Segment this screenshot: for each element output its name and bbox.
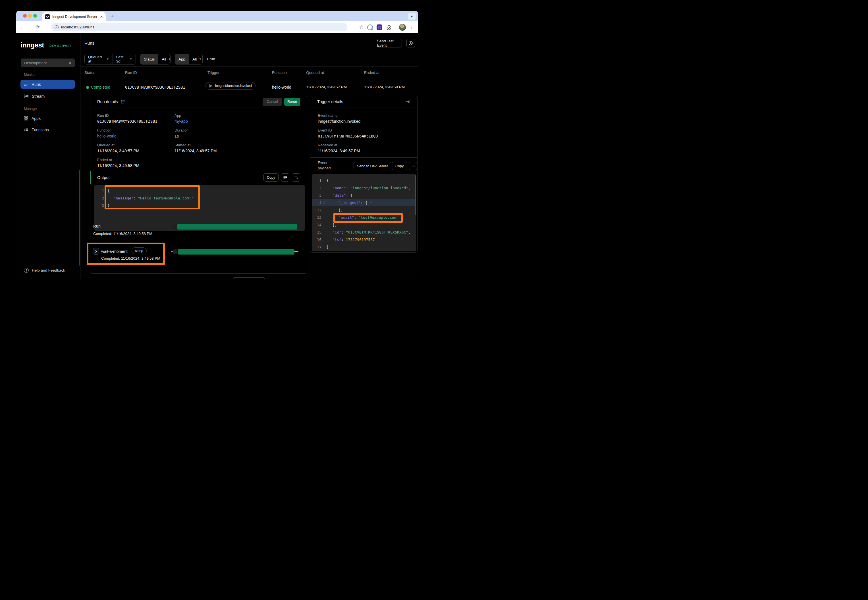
time-field-filter[interactable]: Queued at ▼ Last 3d ▼ <box>84 54 136 65</box>
event-id-value: 01JCVBTMTKNHNHZ3SN64R51BQD <box>318 134 378 138</box>
sidebar-item-functions[interactable]: Functions <box>20 125 75 134</box>
payload-copy-button[interactable]: Copy <box>392 162 407 170</box>
chevron-down-icon: ▼ <box>106 58 109 61</box>
select-chevrons-icon: ▲▼ <box>69 61 71 65</box>
rerun-button[interactable]: Rerun <box>284 98 300 106</box>
payload-wrap-text-button[interactable] <box>409 162 417 170</box>
col-ended-at[interactable]: Ended at <box>364 70 379 75</box>
scrollbar-thumb[interactable] <box>79 170 80 266</box>
functions-icon <box>24 127 28 132</box>
event-name-label: Event name <box>318 114 337 118</box>
site-info-icon[interactable]: i <box>55 25 59 29</box>
sidebar-item-stream[interactable]: Stream <box>20 92 75 101</box>
sidebar-item-functions-label: Functions <box>32 127 49 132</box>
new-tab-button[interactable]: + <box>111 13 114 19</box>
table-row[interactable]: Completed 01JCVBTMV3WXY9D3CFDEJFZSB1 inn… <box>80 79 418 96</box>
started-at-value: 11/16/2024, 3:49:57 PM <box>175 148 217 153</box>
send-test-event-button[interactable]: Send Test Event <box>377 39 402 47</box>
collapse-panel-icon[interactable] <box>406 100 410 104</box>
col-status[interactable]: Status <box>84 70 95 75</box>
run-details-card: Run details Cancel Rerun Run ID 01JCVBTM… <box>90 96 307 274</box>
col-queued-at[interactable]: Queued at <box>306 70 324 75</box>
app-filter-value-seg[interactable]: All ▼ <box>189 54 203 64</box>
help-icon: ? <box>24 268 29 273</box>
app-filter-value: All <box>193 57 197 61</box>
url-text: localhost:8288/runs <box>61 25 94 29</box>
traffic-light-zoom[interactable] <box>33 14 37 18</box>
step-expand-chevron[interactable]: ❯ <box>93 248 99 255</box>
app-filter[interactable]: App All ▼ <box>175 54 203 65</box>
forward-icon[interactable]: → <box>26 24 34 30</box>
run-details-header: Run details Cancel Rerun <box>90 96 307 108</box>
wrap-text-button[interactable] <box>281 173 289 182</box>
function-link[interactable]: hello-world <box>97 134 117 138</box>
code-line-3: 3} <box>94 202 305 209</box>
trigger-details-header: Trigger details <box>310 96 417 108</box>
traffic-light-minimize[interactable] <box>28 14 32 18</box>
traffic-light-close[interactable] <box>23 14 27 18</box>
time-range-label: Last 3d <box>116 55 127 64</box>
tab-search-chevron-icon[interactable]: ▼ <box>408 13 416 20</box>
tab-close-icon[interactable]: ✕ <box>100 15 103 19</box>
reload-icon[interactable]: ⟳ <box>34 24 41 30</box>
back-icon[interactable]: ← <box>19 24 26 30</box>
run-bar[interactable] <box>178 224 297 230</box>
output-copy-button[interactable]: Copy <box>264 173 279 182</box>
tab-title: Inngest Development Server <box>52 15 98 19</box>
help-and-feedback[interactable]: ? Help and Feedback <box>24 268 65 273</box>
sidebar-item-runs[interactable]: Runs <box>20 80 75 89</box>
browser-window: Inngest Development Server ✕ + ▼ ← → ⟳ i… <box>16 11 418 279</box>
sidebar-item-stream-label: Stream <box>32 94 45 98</box>
col-run-id[interactable]: Run ID <box>125 70 137 75</box>
password-manager-extension-icon[interactable]: 🔒 <box>367 24 373 30</box>
extensions-puzzle-icon[interactable] <box>386 24 392 30</box>
event-name-value: inngest/function.invoked <box>318 119 360 124</box>
workspace-select[interactable]: Development ▲▼ <box>21 59 75 67</box>
code-line-17: 17} <box>312 243 416 251</box>
browser-tab[interactable]: Inngest Development Server ✕ <box>42 12 106 21</box>
runs-table-header: Status Run ID Trigger Function Queued at… <box>80 67 418 79</box>
inngest-app: inngest DEV SERVER Development ▲▼ Monito… <box>16 33 418 279</box>
payload-scrollbar-thumb[interactable] <box>415 175 416 215</box>
event-payload-code-block[interactable]: 1{2"name": "inngest/function.invoked",3"… <box>312 174 416 252</box>
status-filter[interactable]: Status All ▼ <box>140 54 170 65</box>
trigger-pill[interactable]: inngest/function.invoked <box>205 82 255 89</box>
step-bar-end-tick <box>294 252 299 252</box>
time-range-filter[interactable]: Last 3d ▼ <box>112 54 135 64</box>
col-function[interactable]: Function <box>272 70 287 75</box>
received-at-value: 11/16/2024, 3:49:57 PM <box>318 148 360 153</box>
queued-at-label: Queued at <box>97 143 115 147</box>
app-filter-label-seg: App <box>175 54 189 64</box>
expand-all-button[interactable] <box>292 173 300 182</box>
browser-tabstrip: Inngest Development Server ✕ + ▼ <box>16 11 418 21</box>
bookmark-star-icon[interactable]: ☆ <box>359 24 364 30</box>
timeline-step-completed: Completed: 11/16/2024, 3:49:58 PM <box>101 256 160 261</box>
partial-button-cutoff[interactable] <box>233 277 265 279</box>
code-line-15: 15"id": "01JCVBTMTKR41S8STTKEXSKX6C", <box>312 229 416 236</box>
browser-menu-icon[interactable]: ⋮ <box>410 24 414 30</box>
chevron-down-icon: ▼ <box>168 58 170 61</box>
app-link[interactable]: my-app <box>175 119 188 124</box>
collapse-chevron-icon[interactable]: ❯ <box>322 201 326 204</box>
run-id-value: 01JCVBTMV3WXY9D3CFDEJFZSB1 <box>97 119 157 124</box>
step-bar[interactable] <box>178 249 294 255</box>
chevron-down-icon: ▼ <box>130 58 132 61</box>
purple-extension-icon[interactable]: ◎ <box>376 24 382 30</box>
toolbar-divider <box>395 25 395 30</box>
status-filter-value-seg[interactable]: All ▼ <box>158 54 170 64</box>
cancel-button[interactable]: Cancel <box>263 98 282 106</box>
queued-at-filter[interactable]: Queued at ▼ <box>85 54 112 64</box>
inngest-logo: inngest <box>21 41 44 49</box>
settings-gear-button[interactable] <box>407 39 415 47</box>
run-bar-queued-segment <box>173 224 177 229</box>
col-trigger[interactable]: Trigger <box>208 70 219 75</box>
profile-avatar[interactable] <box>399 24 406 31</box>
trigger-pill-label: inngest/function.invoked <box>215 84 252 88</box>
send-to-dev-server-button[interactable]: Send to Dev Server <box>354 162 392 170</box>
open-external-icon[interactable] <box>121 100 125 104</box>
row-queued-at: 11/16/2024, 3:49:57 PM <box>306 85 347 89</box>
received-at-label: Received at <box>318 143 337 147</box>
code-line-16: 16"ts": 1731790197587 <box>312 236 416 243</box>
url-bar[interactable]: i localhost:8288/runs <box>51 23 348 31</box>
sidebar-item-apps[interactable]: Apps <box>20 114 75 123</box>
